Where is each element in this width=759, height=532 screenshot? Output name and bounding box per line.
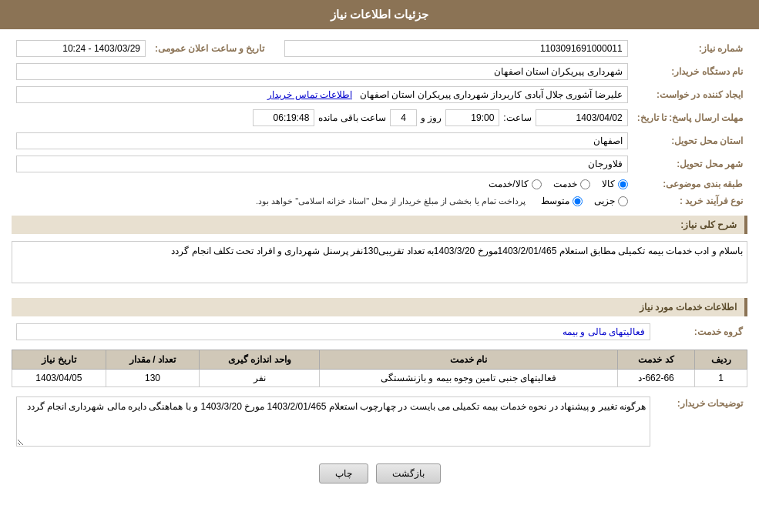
category-label-khedmat: خدمت — [553, 179, 577, 189]
needDesc-section-header: شرح کلی نیاز: — [12, 216, 747, 234]
needDesc-section-label: شرح کلی نیاز: — [680, 219, 737, 230]
table-cell-code: 662-66-د — [618, 370, 695, 387]
creator-label: ایجاد کننده در خواست: — [633, 83, 747, 106]
needDesc-textarea[interactable] — [12, 241, 747, 283]
needNumber-value: 1103091691000011 — [284, 40, 627, 57]
deadline-time-label: ساعت: — [503, 112, 531, 123]
creator-text: علیرضا آشوری جلال آبادی کاربرداز شهرداری… — [360, 89, 623, 100]
buyerNotes-label: توضیحات خریدار: — [655, 393, 747, 452]
print-button[interactable]: چاپ — [319, 463, 368, 483]
services-table: ردیف کد خدمت نام خدمت واحد اندازه گیری ت… — [12, 350, 747, 387]
category-radio-kala[interactable] — [618, 179, 628, 189]
back-button[interactable]: بازگشت — [376, 463, 441, 483]
procType-label: نوع فرآیند خرید : — [633, 192, 747, 209]
procType-radio-group: متوسط جزیی — [541, 196, 628, 206]
page-container: جزئیات اطلاعات نیاز شماره نیاز: 11030916… — [0, 0, 759, 532]
serviceGroup-label: گروه خدمت: — [655, 320, 747, 343]
province-value: اصفهان — [16, 132, 628, 149]
category-option-khedmat: خدمت — [553, 179, 590, 189]
deadline-row: 1403/04/02 ساعت: 19:00 روز و 4 ساعت باقی… — [16, 109, 628, 126]
category-option-kala: کالا — [602, 179, 628, 189]
buyer-notes-table: توضیحات خریدار: — [12, 393, 747, 452]
creator-link[interactable]: اطلاعات تماس خریدار — [267, 89, 352, 100]
procType-option-jozi: جزیی — [594, 196, 628, 206]
needNumber-label: شماره نیاز: — [633, 37, 747, 60]
table-cell-name: فعالیتهای جنبی تامین وجوه بیمه و بازنشست… — [320, 370, 618, 387]
procType-label-jozi: جزیی — [594, 196, 615, 206]
service-group-table: گروه خدمت: فعالیتهای مالی و بیمه — [12, 320, 747, 343]
col-header-name: نام خدمت — [320, 350, 618, 370]
procType-label-motavaset: متوسط — [541, 196, 569, 206]
announce-value: 1403/03/29 - 10:24 — [16, 40, 146, 57]
page-title: جزئیات اطلاعات نیاز — [331, 8, 428, 21]
deadline-remaining-label: ساعت باقی مانده — [318, 112, 386, 123]
table-cell-date: 1403/04/05 — [12, 370, 106, 387]
category-label-kala-khedmat: کالا/خدمت — [489, 179, 528, 189]
col-header-date: تاریخ نیاز — [12, 350, 106, 370]
table-cell-row: 1 — [695, 370, 747, 387]
buyerNotes-textarea[interactable] — [16, 396, 650, 447]
top-info-table: شماره نیاز: 1103091691000011 تاریخ و ساع… — [12, 37, 747, 209]
deadline-label: مهلت ارسال پاسخ: تا تاریخ: — [633, 106, 747, 129]
procType-option-motavaset: متوسط — [541, 196, 583, 206]
serviceGroup-value: فعالیتهای مالی و بیمه — [16, 323, 650, 340]
deadline-days: 4 — [390, 109, 417, 126]
category-label-kala: کالا — [602, 179, 615, 189]
table-cell-unit: نفر — [200, 370, 320, 387]
province-label: استان محل تحویل: — [633, 129, 747, 152]
services-section-header: اطلاعات خدمات مورد نیاز — [12, 298, 747, 316]
page-header: جزئیات اطلاعات نیاز — [0, 0, 759, 29]
deadline-time: 19:00 — [445, 109, 499, 126]
main-content: شماره نیاز: 1103091691000011 تاریخ و ساع… — [0, 29, 759, 503]
button-row: بازگشت چاپ — [12, 463, 747, 483]
procType-row: متوسط جزیی پرداخت تمام یا بخشی از مبلغ خ… — [16, 196, 628, 206]
table-row: 1662-66-دفعالیتهای جنبی تامین وجوه بیمه … — [12, 370, 747, 387]
services-section-label: اطلاعات خدمات مورد نیاز — [640, 302, 737, 313]
buyerOrg-value: شهرداری پیریکران استان اصفهان — [16, 63, 628, 80]
col-header-qty: تعداد / مقدار — [106, 350, 200, 370]
procType-radio-motavaset[interactable] — [573, 196, 583, 206]
buyerOrg-label: نام دستگاه خریدار: — [633, 60, 747, 83]
category-option-kala-khedmat: کالا/خدمت — [489, 179, 541, 189]
table-cell-quantity: 130 — [106, 370, 200, 387]
city-value: فلاورجان — [16, 156, 628, 172]
category-radio-kala-khedmat[interactable] — [532, 179, 542, 189]
deadline-remaining: 06:19:48 — [253, 109, 314, 126]
category-label: طبقه بندی موضوعی: — [633, 176, 747, 192]
needDesc-container — [12, 238, 747, 292]
col-header-row: ردیف — [695, 350, 747, 370]
creator-value: علیرضا آشوری جلال آبادی کاربرداز شهرداری… — [16, 86, 628, 103]
category-radio-khedmat[interactable] — [580, 179, 590, 189]
col-header-code: کد خدمت — [618, 350, 695, 370]
col-header-unit: واحد اندازه گیری — [200, 350, 320, 370]
procType-radio-jozi[interactable] — [618, 196, 628, 206]
city-label: شهر محل تحویل: — [633, 152, 747, 176]
category-radio-group: کالا/خدمت خدمت کالا — [16, 179, 628, 189]
procType-note: پرداخت تمام یا بخشی از مبلغ خریدار از مح… — [256, 196, 526, 206]
deadline-date: 1403/04/02 — [536, 109, 628, 126]
announce-label: تاریخ و ساعت اعلان عمومی: — [150, 37, 280, 60]
deadline-days-label: روز و — [421, 112, 442, 123]
